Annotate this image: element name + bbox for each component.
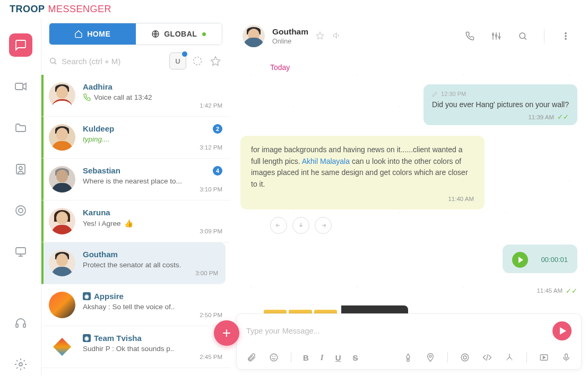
play-button[interactable]: [512, 252, 528, 268]
image-attachment[interactable]: [260, 305, 408, 313]
favorite-filter-icon[interactable]: [209, 54, 222, 68]
send-button[interactable]: [552, 321, 572, 340]
svg-point-18: [565, 38, 566, 39]
svg-point-17: [565, 36, 566, 37]
search-chat-icon[interactable]: [513, 27, 532, 46]
search-box[interactable]: [49, 56, 165, 66]
message-time: 11:45 AM: [537, 287, 563, 294]
burnout-icon[interactable]: [403, 352, 413, 363]
fork-icon[interactable]: [504, 352, 515, 363]
italic-button[interactable]: I: [321, 353, 324, 362]
message-input[interactable]: [246, 327, 546, 335]
day-separator: Today: [270, 63, 577, 72]
avatar[interactable]: [243, 25, 265, 47]
conversation-item[interactable]: Kuldeep typing.... 2 3:12 PM: [41, 117, 230, 159]
conversation-name: Sebastian: [83, 166, 222, 175]
avatar: [49, 292, 75, 318]
svg-point-2: [19, 167, 22, 170]
svg-point-14: [499, 37, 500, 38]
conversation-name: Kuldeep: [83, 124, 222, 133]
record-icon[interactable]: [460, 352, 470, 363]
tab-home[interactable]: HOME: [49, 23, 136, 45]
svg-rect-27: [565, 354, 568, 358]
message-outgoing: 12:30 PM Did you ever Hang' pictures on …: [240, 84, 577, 125]
favorite-icon[interactable]: [316, 31, 325, 41]
chat-header: Goutham Online: [230, 19, 588, 54]
message-scroll[interactable]: Today 12:30 PM Did you ever Hang' pictur…: [230, 54, 588, 313]
svg-point-3: [16, 206, 25, 215]
message-actions: [270, 217, 577, 234]
video-clip-icon[interactable]: [539, 352, 549, 363]
avatar: [49, 250, 75, 276]
svg-point-10: [50, 58, 55, 63]
chat-area: Goutham Online Today 12:30 PM D: [230, 19, 588, 376]
underline-button[interactable]: U: [335, 353, 341, 362]
contacts-icon[interactable]: [9, 158, 32, 181]
group-icon: ◉: [83, 334, 91, 342]
conversation-name: Karuna: [83, 208, 222, 217]
unread-filter-button[interactable]: U: [169, 53, 186, 69]
conversation-list[interactable]: Aadhira Voice call at 13:42 1:42 PM Kuld…: [41, 75, 230, 376]
message-outgoing: 00:00:01 11:45 AM✓✓: [240, 244, 577, 295]
svg-point-8: [19, 363, 22, 366]
message-bubble[interactable]: 12:30 PM Did you ever Hang' pictures on …: [423, 84, 577, 125]
forward-icon[interactable]: [315, 217, 332, 234]
message-bubble[interactable]: for image backgrounds and having news on…: [240, 136, 485, 209]
call-icon[interactable]: [460, 27, 479, 46]
avatar: [49, 166, 75, 193]
conversation-item[interactable]: Karuna Yes! i Agree 👍 3:09 PM: [41, 200, 230, 242]
svg-point-11: [194, 57, 202, 65]
conversation-time: 2:50 PM: [200, 312, 222, 318]
bold-button[interactable]: B: [303, 353, 309, 362]
code-icon[interactable]: [482, 352, 492, 363]
headset-icon[interactable]: [9, 311, 32, 335]
svg-point-23: [429, 355, 431, 357]
avatar: [49, 208, 75, 234]
conversation-item[interactable]: ◉Appsire Akshay : So tell the voice of..…: [41, 284, 230, 326]
group-icon: ◉: [83, 292, 91, 300]
voice-message[interactable]: 00:00:01: [503, 244, 577, 273]
reply-icon[interactable]: [270, 217, 287, 234]
chat-icon[interactable]: [9, 33, 32, 57]
speaker-icon[interactable]: [333, 31, 342, 41]
svg-point-20: [272, 356, 273, 356]
attach-icon[interactable]: [246, 352, 257, 363]
download-icon[interactable]: [292, 217, 309, 234]
conversation-time: 1:42 PM: [200, 102, 222, 109]
conversation-preview: typing....: [83, 135, 222, 143]
groups-icon[interactable]: [9, 199, 32, 222]
tab-global[interactable]: GLOBAL: [136, 23, 222, 45]
conversation-item[interactable]: Sebastian Where is the nearest place to.…: [41, 159, 230, 200]
svg-point-19: [270, 354, 278, 361]
video-icon[interactable]: [9, 75, 32, 98]
conversation-time: 3:00 PM: [195, 270, 218, 276]
search-icon: [49, 56, 57, 66]
svg-point-16: [565, 33, 566, 34]
chat-contact-status: Online: [272, 38, 308, 45]
conversation-time: 2:45 PM: [200, 354, 222, 360]
read-ticks-icon: ✓✓: [557, 113, 569, 121]
conversation-item[interactable]: ◉Team Tvisha Sudhir P : Ok that sounds p…: [41, 326, 230, 368]
emoji-icon[interactable]: [269, 352, 279, 363]
loading-filter-icon[interactable]: [191, 54, 204, 68]
display-icon[interactable]: [9, 240, 32, 264]
new-chat-button[interactable]: +: [214, 320, 239, 346]
equalizer-icon[interactable]: [487, 27, 506, 46]
svg-rect-5: [16, 248, 25, 254]
conversation-item[interactable]: Aadhira Voice call at 13:42 1:42 PM: [41, 75, 230, 117]
more-icon[interactable]: [556, 27, 575, 46]
svg-rect-1: [16, 164, 25, 174]
svg-rect-0: [15, 83, 23, 90]
location-icon[interactable]: [425, 352, 436, 363]
conversation-name: Goutham: [83, 250, 218, 259]
avatar: [49, 334, 75, 360]
search-input[interactable]: [62, 57, 165, 66]
folder-icon[interactable]: [9, 116, 32, 139]
mention[interactable]: Akhil Malayala: [302, 157, 350, 165]
conversation-item[interactable]: Goutham Protect the senator at all costs…: [41, 242, 226, 284]
svg-point-13: [496, 35, 497, 37]
unread-badge: 2: [213, 124, 222, 134]
mic-icon[interactable]: [561, 352, 572, 363]
settings-icon[interactable]: [9, 353, 32, 376]
strike-button[interactable]: S: [353, 353, 358, 362]
